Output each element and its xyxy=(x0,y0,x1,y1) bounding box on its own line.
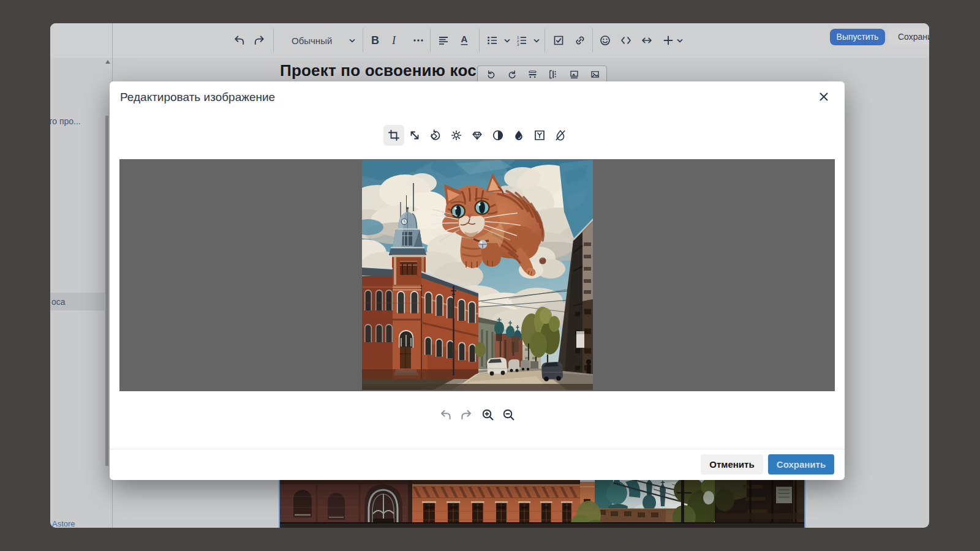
svg-text:3: 3 xyxy=(517,42,519,47)
svg-text:A: A xyxy=(461,34,468,44)
